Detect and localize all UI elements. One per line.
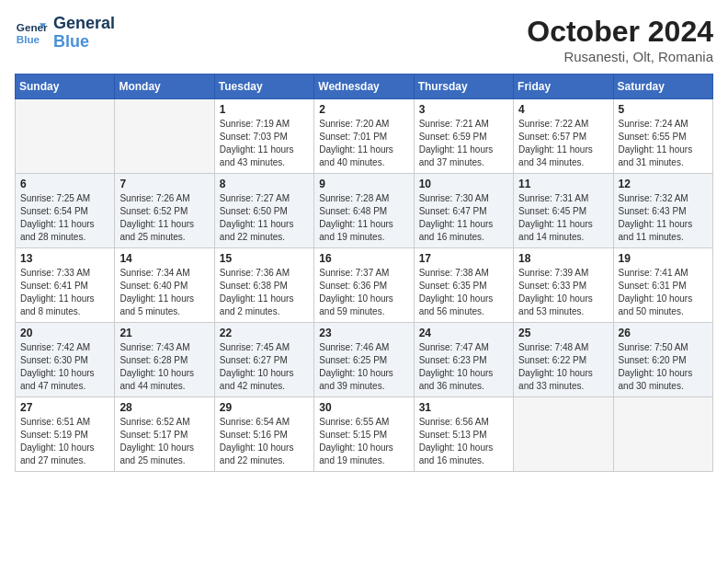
cell-text: Sunrise: 7:45 AM Sunset: 6:27 PM Dayligh… (220, 341, 309, 393)
cell-text: Sunrise: 7:36 AM Sunset: 6:38 PM Dayligh… (220, 267, 309, 318)
cell-text: Sunrise: 6:55 AM Sunset: 5:15 PM Dayligh… (319, 416, 408, 467)
day-number: 30 (319, 401, 408, 414)
cell-text: Sunrise: 7:42 AM Sunset: 6:30 PM Dayligh… (20, 341, 109, 393)
calendar-cell (16, 99, 115, 174)
day-number: 9 (319, 178, 408, 190)
day-number: 22 (220, 327, 309, 339)
cell-text: Sunrise: 7:21 AM Sunset: 6:59 PM Dayligh… (419, 118, 508, 169)
day-number: 18 (518, 252, 608, 265)
day-number: 16 (319, 252, 408, 265)
day-number: 28 (119, 401, 209, 414)
calendar-cell: 11Sunrise: 7:31 AM Sunset: 6:45 PM Dayli… (514, 174, 613, 248)
month-title: October 2024 (527, 15, 713, 49)
calendar-header-row: SundayMondayTuesdayWednesdayThursdayFrid… (16, 75, 713, 99)
cell-text: Sunrise: 7:32 AM Sunset: 6:43 PM Dayligh… (619, 192, 708, 244)
calendar-cell: 31Sunrise: 6:56 AM Sunset: 5:13 PM Dayli… (414, 397, 513, 472)
cell-text: Sunrise: 7:47 AM Sunset: 6:23 PM Dayligh… (419, 341, 508, 393)
cell-text: Sunrise: 7:33 AM Sunset: 6:41 PM Dayligh… (20, 267, 109, 318)
day-number: 26 (619, 327, 708, 339)
location-title: Rusanesti, Olt, Romania (527, 49, 713, 64)
column-header-wednesday: Wednesday (314, 75, 414, 99)
calendar-week-row: 1Sunrise: 7:19 AM Sunset: 7:03 PM Daylig… (16, 99, 713, 174)
logo-line2: Blue (53, 32, 89, 51)
day-number: 2 (319, 103, 408, 116)
calendar-cell: 22Sunrise: 7:45 AM Sunset: 6:27 PM Dayli… (214, 323, 313, 397)
cell-text: Sunrise: 6:56 AM Sunset: 5:13 PM Dayligh… (419, 416, 508, 467)
calendar-cell: 8Sunrise: 7:27 AM Sunset: 6:50 PM Daylig… (214, 174, 313, 248)
day-number: 4 (518, 103, 608, 116)
day-number: 24 (419, 327, 508, 339)
cell-text: Sunrise: 7:26 AM Sunset: 6:52 PM Dayligh… (119, 192, 209, 244)
column-header-thursday: Thursday (414, 75, 513, 99)
calendar-cell: 1Sunrise: 7:19 AM Sunset: 7:03 PM Daylig… (214, 99, 313, 174)
day-number: 23 (319, 327, 408, 339)
day-number: 27 (20, 401, 109, 414)
logo-line1: General (53, 15, 115, 33)
day-number: 15 (220, 252, 309, 265)
calendar-cell: 24Sunrise: 7:47 AM Sunset: 6:23 PM Dayli… (414, 323, 513, 397)
calendar-cell: 3Sunrise: 7:21 AM Sunset: 6:59 PM Daylig… (414, 99, 513, 174)
calendar-cell: 7Sunrise: 7:26 AM Sunset: 6:52 PM Daylig… (115, 174, 214, 248)
cell-text: Sunrise: 7:24 AM Sunset: 6:55 PM Dayligh… (619, 118, 708, 169)
column-header-monday: Monday (115, 75, 214, 99)
cell-text: Sunrise: 7:37 AM Sunset: 6:36 PM Dayligh… (319, 267, 408, 318)
day-number: 12 (619, 178, 708, 190)
calendar-cell: 30Sunrise: 6:55 AM Sunset: 5:15 PM Dayli… (314, 397, 414, 472)
day-number: 6 (20, 178, 109, 190)
day-number: 29 (220, 401, 309, 414)
cell-text: Sunrise: 7:19 AM Sunset: 7:03 PM Dayligh… (220, 118, 309, 169)
calendar-cell: 17Sunrise: 7:38 AM Sunset: 6:35 PM Dayli… (414, 248, 513, 323)
svg-text:Blue: Blue (17, 33, 40, 45)
calendar-cell: 4Sunrise: 7:22 AM Sunset: 6:57 PM Daylig… (514, 99, 613, 174)
day-number: 20 (20, 327, 109, 339)
calendar-cell: 29Sunrise: 6:54 AM Sunset: 5:16 PM Dayli… (214, 397, 313, 472)
calendar-cell: 5Sunrise: 7:24 AM Sunset: 6:55 PM Daylig… (613, 99, 712, 174)
day-number: 11 (518, 178, 608, 190)
day-number: 3 (419, 103, 508, 116)
calendar-cell (115, 99, 214, 174)
day-number: 13 (20, 252, 109, 265)
calendar-cell (514, 397, 613, 472)
calendar-cell: 25Sunrise: 7:48 AM Sunset: 6:22 PM Dayli… (514, 323, 613, 397)
calendar-cell: 14Sunrise: 7:34 AM Sunset: 6:40 PM Dayli… (115, 248, 214, 323)
cell-text: Sunrise: 7:39 AM Sunset: 6:33 PM Dayligh… (518, 267, 608, 318)
calendar-cell: 10Sunrise: 7:30 AM Sunset: 6:47 PM Dayli… (414, 174, 513, 248)
day-number: 21 (119, 327, 209, 339)
column-header-sunday: Sunday (16, 75, 115, 99)
column-header-friday: Friday (514, 75, 613, 99)
calendar-week-row: 6Sunrise: 7:25 AM Sunset: 6:54 PM Daylig… (16, 174, 713, 248)
cell-text: Sunrise: 7:20 AM Sunset: 7:01 PM Dayligh… (319, 118, 408, 169)
calendar-cell: 27Sunrise: 6:51 AM Sunset: 5:19 PM Dayli… (16, 397, 115, 472)
cell-text: Sunrise: 7:25 AM Sunset: 6:54 PM Dayligh… (20, 192, 109, 244)
cell-text: Sunrise: 6:54 AM Sunset: 5:16 PM Dayligh… (220, 416, 309, 467)
calendar-cell: 18Sunrise: 7:39 AM Sunset: 6:33 PM Dayli… (514, 248, 613, 323)
title-area: October 2024 Rusanesti, Olt, Romania (527, 15, 713, 64)
day-number: 14 (119, 252, 209, 265)
calendar-cell: 2Sunrise: 7:20 AM Sunset: 7:01 PM Daylig… (314, 99, 414, 174)
cell-text: Sunrise: 7:30 AM Sunset: 6:47 PM Dayligh… (419, 192, 508, 244)
calendar-cell: 13Sunrise: 7:33 AM Sunset: 6:41 PM Dayli… (16, 248, 115, 323)
cell-text: Sunrise: 7:22 AM Sunset: 6:57 PM Dayligh… (518, 118, 608, 169)
day-number: 19 (619, 252, 708, 265)
cell-text: Sunrise: 7:46 AM Sunset: 6:25 PM Dayligh… (319, 341, 408, 393)
cell-text: Sunrise: 7:31 AM Sunset: 6:45 PM Dayligh… (518, 192, 608, 244)
calendar-cell: 6Sunrise: 7:25 AM Sunset: 6:54 PM Daylig… (16, 174, 115, 248)
day-number: 8 (220, 178, 309, 190)
logo-text: General Blue (53, 15, 115, 52)
cell-text: Sunrise: 7:41 AM Sunset: 6:31 PM Dayligh… (619, 267, 708, 318)
calendar-table: SundayMondayTuesdayWednesdayThursdayFrid… (15, 74, 713, 472)
cell-text: Sunrise: 6:51 AM Sunset: 5:19 PM Dayligh… (20, 416, 109, 467)
cell-text: Sunrise: 7:50 AM Sunset: 6:20 PM Dayligh… (619, 341, 708, 393)
cell-text: Sunrise: 6:52 AM Sunset: 5:17 PM Dayligh… (119, 416, 209, 467)
cell-text: Sunrise: 7:43 AM Sunset: 6:28 PM Dayligh… (119, 341, 209, 393)
calendar-cell: 20Sunrise: 7:42 AM Sunset: 6:30 PM Dayli… (16, 323, 115, 397)
cell-text: Sunrise: 7:27 AM Sunset: 6:50 PM Dayligh… (220, 192, 309, 244)
column-header-saturday: Saturday (613, 75, 712, 99)
calendar-cell: 9Sunrise: 7:28 AM Sunset: 6:48 PM Daylig… (314, 174, 414, 248)
calendar-cell: 19Sunrise: 7:41 AM Sunset: 6:31 PM Dayli… (613, 248, 712, 323)
day-number: 31 (419, 401, 508, 414)
calendar-cell: 23Sunrise: 7:46 AM Sunset: 6:25 PM Dayli… (314, 323, 414, 397)
calendar-week-row: 27Sunrise: 6:51 AM Sunset: 5:19 PM Dayli… (16, 397, 713, 472)
column-header-tuesday: Tuesday (214, 75, 313, 99)
calendar-cell: 21Sunrise: 7:43 AM Sunset: 6:28 PM Dayli… (115, 323, 214, 397)
